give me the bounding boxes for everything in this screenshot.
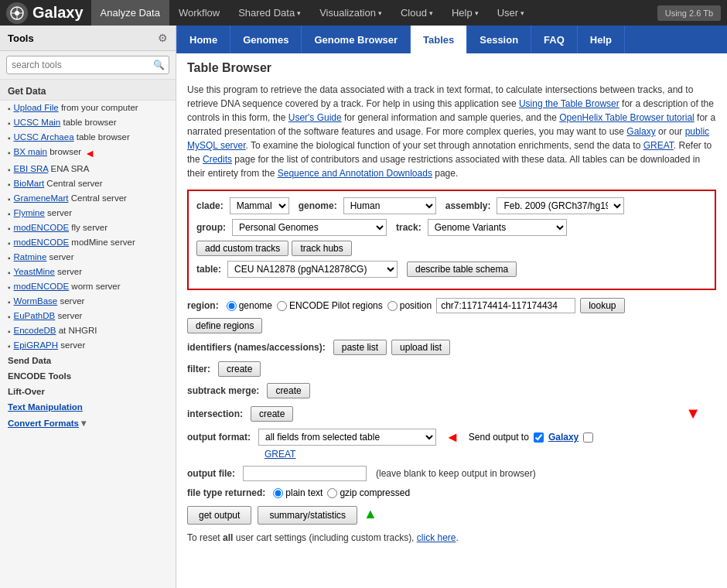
list-item[interactable]: ▪ Flymine server [0, 206, 176, 220]
ucsc-nav-tables[interactable]: Tables [411, 26, 467, 53]
search-input[interactable] [6, 56, 169, 74]
nav-analyze-data[interactable]: Analyze Data [91, 0, 169, 26]
flymine-link[interactable]: Flymine [14, 208, 45, 217]
galaxy-desc-link[interactable]: Galaxy [626, 126, 655, 137]
ucsc-nav-genome-browser[interactable]: Genome Browser [302, 26, 411, 53]
eupathdb-text: server [55, 311, 82, 320]
nav-user[interactable]: User ▾ [488, 0, 534, 26]
right-panel: Home Genomes Genome Browser Tables Sessi… [176, 26, 727, 588]
epigraph-link[interactable]: EpiGRAPH [14, 340, 59, 350]
clade-select[interactable]: Mammal [230, 197, 289, 214]
output-file-input[interactable] [243, 466, 367, 481]
red-down-arrow-indicator: ▼ [685, 410, 701, 421]
list-item[interactable]: ▪ EBI SRA ENA SRA [0, 162, 176, 176]
ucsc-main-link[interactable]: UCSC Main [14, 118, 61, 127]
ucsc-archaea-link[interactable]: UCSC Archaea [14, 132, 74, 142]
add-custom-tracks-button[interactable]: add custom tracks [196, 241, 288, 256]
text-manipulation-section[interactable]: Text Manipulation [0, 399, 176, 415]
list-item[interactable]: ▪ EpiGRAPH server [0, 338, 176, 353]
list-item[interactable]: ▪ EuPathDB server [0, 309, 176, 323]
list-item[interactable]: ▪ UCSC Archaea table browser [0, 130, 176, 145]
region-encode-radio[interactable] [277, 301, 287, 311]
encodedb-link[interactable]: EncodeDB [14, 326, 56, 335]
openhelix-link[interactable]: OpenHelix Table Browser tutorial [559, 112, 695, 123]
region-encode-option[interactable]: ENCODE Pilot regions [277, 300, 383, 311]
click-here-link[interactable]: click here [417, 532, 456, 543]
bx-main-link[interactable]: BX main [14, 147, 47, 156]
credits-link[interactable]: Credits [203, 154, 232, 165]
ucsc-nav-session[interactable]: Session [467, 26, 531, 53]
list-item[interactable]: ▪ GrameneMart Central server [0, 191, 176, 206]
list-item[interactable]: ▪ Upload File from your computer [0, 101, 176, 115]
modencode-modmine-link[interactable]: modENCODE [14, 238, 70, 247]
table-select[interactable]: CEU NA12878 (pgNA12878CG) [227, 261, 398, 278]
track-select[interactable]: Genome Variants [428, 219, 567, 236]
list-item[interactable]: ▪ modENCODE modMine server [0, 235, 176, 250]
ratmine-link[interactable]: Ratmine [14, 252, 47, 262]
track-hubs-button[interactable]: track hubs [292, 241, 351, 256]
gzip-radio[interactable] [327, 488, 337, 498]
region-position-radio[interactable] [387, 301, 398, 311]
galaxy-checkbox[interactable] [534, 432, 544, 443]
upload-file-link[interactable]: Upload File [14, 103, 59, 112]
plain-text-option[interactable]: plain text [273, 487, 323, 498]
ucsc-nav-faq[interactable]: FAQ [531, 26, 578, 53]
nav-workflow[interactable]: Workflow [169, 0, 229, 26]
ucsc-nav-genomes[interactable]: Genomes [230, 26, 302, 53]
intersection-create-button[interactable]: create [251, 406, 293, 422]
down-arrow-icon: ▼ [685, 405, 701, 422]
nav-help[interactable]: Help ▾ [442, 0, 488, 26]
genome-select[interactable]: Human [343, 197, 436, 214]
list-item[interactable]: ▪ BioMart Central server [0, 176, 176, 191]
list-item[interactable]: ▪ modENCODE fly server [0, 220, 176, 235]
plain-text-radio[interactable] [273, 488, 283, 498]
upload-list-button[interactable]: upload list [391, 340, 450, 355]
assembly-select[interactable]: Feb. 2009 (GRCh37/hg19) [497, 197, 624, 214]
seq-downloads-link[interactable]: Sequence and Annotation Downloads [278, 168, 432, 179]
convert-formats-section[interactable]: Convert Formats ▾ [0, 415, 176, 432]
great-desc-link[interactable]: GREAT [643, 140, 674, 151]
region-genome-option[interactable]: genome [227, 300, 272, 311]
filter-create-button[interactable]: create [218, 361, 261, 377]
modencode-fly-link[interactable]: modENCODE [14, 223, 70, 232]
eupathdb-link[interactable]: EuPathDB [14, 311, 56, 320]
subtrack-merge-create-button[interactable]: create [267, 383, 309, 398]
modencode-worm-link[interactable]: modENCODE [14, 282, 70, 291]
reset-text: To reset all user cart settings (includi… [187, 532, 716, 543]
paste-list-button[interactable]: paste list [333, 340, 387, 355]
output-format-select[interactable]: all fields from selected table BED - bro… [258, 429, 436, 446]
gear-icon[interactable]: ⚙ [158, 32, 168, 44]
gzip-option[interactable]: gzip compressed [327, 487, 410, 498]
summary-statistics-button[interactable]: summary/statistics [258, 506, 357, 525]
using-table-browser-link[interactable]: Using the Table Browser [519, 98, 619, 109]
group-select[interactable]: Personal Genomes [232, 219, 387, 236]
list-item[interactable]: ▪ Ratmine server [0, 250, 176, 265]
get-output-button[interactable]: get output [187, 506, 251, 525]
list-item[interactable]: ▪ YeastMine server [0, 265, 176, 279]
users-guide-link[interactable]: User's Guide [288, 112, 342, 123]
lookup-button[interactable]: lookup [580, 298, 624, 313]
define-regions-button[interactable]: define regions [187, 318, 262, 333]
gramenemart-link[interactable]: GrameneMart [14, 193, 69, 203]
describe-table-schema-button[interactable]: describe table schema [407, 262, 517, 277]
list-item[interactable]: ▪ modENCODE worm server [0, 279, 176, 294]
biomart-link[interactable]: BioMart [14, 179, 45, 188]
wormbase-link[interactable]: WormBase [14, 296, 58, 306]
region-genome-radio[interactable] [227, 301, 237, 311]
region-position-option[interactable]: position [387, 300, 432, 311]
list-item[interactable]: ▪ WormBase server [0, 294, 176, 309]
nav-shared-data[interactable]: Shared Data ▾ [229, 0, 310, 26]
ebi-sra-link[interactable]: EBI SRA [14, 164, 49, 173]
list-item[interactable]: ▪ UCSC Main table browser [0, 115, 176, 130]
nav-cloud[interactable]: Cloud ▾ [391, 0, 442, 26]
list-item[interactable]: ▪ BX main browser ◄ [0, 145, 176, 162]
position-input[interactable] [436, 298, 575, 313]
list-item[interactable]: ▪ EncodeDB at NHGRI [0, 323, 176, 338]
ucsc-nav-home[interactable]: Home [176, 26, 230, 53]
nav-visualization[interactable]: Visualization ▾ [310, 0, 391, 26]
great-checkbox[interactable] [583, 432, 593, 443]
ucsc-nav-help[interactable]: Help [578, 26, 625, 53]
galaxy-output-link[interactable]: Galaxy [548, 432, 579, 443]
great-output-link[interactable]: GREAT [265, 449, 295, 460]
yeastmine-link[interactable]: YeastMine [14, 267, 55, 276]
